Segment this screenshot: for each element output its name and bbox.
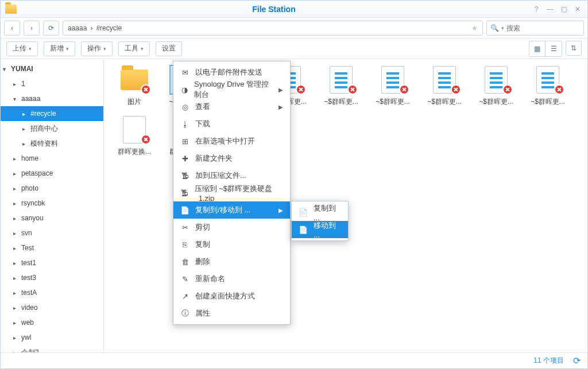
search-input[interactable] — [506, 24, 580, 32]
expand-arrow-icon[interactable]: ▸ — [13, 320, 21, 326]
tree-item-label: 1 — [21, 80, 25, 88]
tree-item-label: petaspace — [21, 169, 53, 177]
tree-item-petaspace[interactable]: ▸petaspace — [1, 166, 103, 181]
file-name: ~$群晖更... — [479, 97, 513, 107]
ctx-rename[interactable]: ✎重新命名 — [173, 270, 290, 288]
settings-button[interactable]: 设置 — [156, 41, 182, 56]
tree-item-test3[interactable]: ▸test3 — [1, 270, 103, 285]
expand-arrow-icon[interactable]: ▸ — [13, 290, 21, 296]
view-list-button[interactable]: ☰ — [546, 41, 562, 56]
tree-item-testA[interactable]: ▸testA — [1, 285, 103, 300]
submenu-copy-to[interactable]: 📄复制到 ... — [292, 204, 348, 221]
tree-item-web[interactable]: ▸web — [1, 315, 103, 330]
ctx-delete[interactable]: 🗑删除 — [173, 253, 290, 270]
minimize-icon[interactable]: — — [545, 4, 555, 14]
breadcrumb-part[interactable]: aaaaa — [68, 24, 87, 32]
upload-button[interactable]: 上传▾ — [6, 41, 38, 56]
view-tiles-button[interactable]: ▦ — [529, 41, 546, 56]
tree-item-svn[interactable]: ▸svn — [1, 226, 103, 240]
tree-item-test1[interactable]: ▸test1 — [1, 255, 103, 270]
status-bar: 11 个项目 ⟳ — [1, 352, 587, 368]
file-content-area[interactable]: 图片~$群晖更...~$群晖更...~$群晖更...~$群晖更...~$群晖更.… — [104, 59, 587, 352]
expand-arrow-icon[interactable]: ▸ — [22, 126, 30, 132]
maximize-icon[interactable]: ▢ — [559, 4, 569, 14]
ctx-compress-to[interactable]: 🗜压缩到 ~$群晖更换硬盘_1.zip — [173, 184, 290, 201]
refresh-button[interactable]: ⟳ — [43, 21, 59, 36]
ctx-shortcut[interactable]: ↗创建桌面快捷方式 — [173, 288, 290, 305]
ctx-open-tab[interactable]: ⊞在新选项卡中打开 — [173, 133, 290, 150]
ctx-new-folder[interactable]: ✚新建文件夹 — [173, 150, 290, 167]
file-item[interactable]: ~$群晖更... — [315, 66, 367, 107]
ctx-cut[interactable]: ✂剪切 — [173, 219, 290, 236]
blocked-badge-icon — [502, 84, 513, 95]
expand-arrow-icon[interactable]: ▾ — [13, 96, 21, 102]
app-title: File Station — [20, 5, 528, 14]
expand-arrow-icon[interactable]: ▸ — [13, 335, 21, 341]
expand-arrow-icon[interactable]: ▸ — [13, 215, 21, 222]
create-button[interactable]: 新增▾ — [44, 41, 75, 56]
forward-button[interactable]: › — [24, 21, 40, 36]
sidebar-tree[interactable]: ▾YUMAI ▸1▾aaaaa▸#recycle▸招商中心▸模特资料▸home▸… — [1, 59, 104, 352]
file-item[interactable]: ~$群晖更... — [522, 66, 574, 107]
blocked-badge-icon — [347, 84, 358, 95]
tools-button[interactable]: 工具▾ — [118, 41, 150, 56]
ctx-send-email[interactable]: ✉以电子邮件附件发送 — [173, 64, 290, 81]
tree-item-#recycle[interactable]: ▸#recycle — [1, 106, 103, 121]
breadcrumb[interactable]: aaaaa › #recycle ★ — [63, 21, 483, 36]
ctx-download[interactable]: ⭳下载 — [173, 115, 290, 133]
tree-item-sanyou[interactable]: ▸sanyou — [1, 211, 103, 226]
tree-item-Test[interactable]: ▸Test — [1, 240, 103, 255]
submenu-move-to[interactable]: 📄移动到 ... — [292, 221, 348, 238]
tree-item-ywl[interactable]: ▸ywl — [1, 330, 103, 345]
ctx-copy-move[interactable]: 📄复制到/移动到 ...▶ — [173, 201, 290, 219]
ctx-copy[interactable]: ⎘复制 — [173, 236, 290, 253]
ctx-add-archive[interactable]: 🗜加到压缩文件... — [173, 167, 290, 184]
expand-arrow-icon[interactable]: ▸ — [13, 156, 21, 162]
file-item[interactable]: 群晖更换... — [109, 116, 160, 157]
ctx-view[interactable]: ◎查看▶ — [173, 98, 290, 115]
favorite-star-icon[interactable]: ★ — [471, 24, 478, 32]
file-item[interactable]: ~$群晖更... — [367, 66, 419, 107]
expand-arrow-icon[interactable]: ▸ — [13, 185, 21, 192]
action-button[interactable]: 操作▾ — [81, 41, 113, 56]
tree-item-video[interactable]: ▸video — [1, 300, 103, 315]
close-icon[interactable]: ✕ — [572, 4, 583, 14]
tree-item-rsyncbk[interactable]: ▸rsyncbk — [1, 196, 103, 211]
blocked-badge-icon — [554, 84, 564, 95]
tree-item-1[interactable]: ▸1 — [1, 76, 103, 91]
blocked-badge-icon — [141, 84, 151, 95]
sort-button[interactable]: ⇅ — [566, 41, 582, 56]
tree-item-招商中心[interactable]: ▸招商中心 — [1, 121, 103, 136]
tree-item-模特资料[interactable]: ▸模特资料 — [1, 136, 103, 151]
tree-root[interactable]: ▾YUMAI — [1, 61, 103, 76]
expand-arrow-icon[interactable]: ▸ — [22, 141, 30, 147]
search-dropdown-icon[interactable]: ▾ — [501, 25, 504, 31]
expand-arrow-icon[interactable]: ▸ — [13, 81, 21, 87]
expand-arrow-icon[interactable]: ▸ — [22, 111, 30, 117]
tree-item-photo[interactable]: ▸photo — [1, 181, 103, 196]
expand-arrow-icon[interactable]: ▸ — [13, 170, 21, 177]
status-refresh-icon[interactable]: ⟳ — [573, 355, 581, 366]
expand-arrow-icon[interactable]: ▸ — [13, 260, 21, 266]
folder-icon — [119, 66, 150, 94]
breadcrumb-sep: › — [90, 24, 92, 32]
expand-arrow-icon[interactable]: ▸ — [13, 275, 21, 281]
expand-arrow-icon[interactable]: ▸ — [13, 200, 21, 207]
ctx-drive-admin[interactable]: ◑Synology Drive 管理控制台▶ — [173, 81, 290, 98]
file-name: ~$群晖更... — [531, 97, 565, 107]
expand-arrow-icon[interactable]: ▸ — [13, 230, 21, 236]
ctx-properties[interactable]: ⓘ属性 — [173, 305, 290, 322]
tree-item-home[interactable]: ▸home — [1, 151, 103, 166]
search-box[interactable]: 🔍 ▾ — [486, 21, 584, 36]
file-item[interactable]: ~$群晖更... — [470, 66, 522, 107]
tree-item-企划2[interactable]: ▸企划2 — [1, 345, 103, 352]
expand-arrow-icon[interactable]: ▸ — [13, 245, 21, 251]
expand-arrow-icon[interactable]: ▸ — [13, 305, 21, 311]
tree-item-aaaaa[interactable]: ▾aaaaa — [1, 91, 103, 106]
breadcrumb-part[interactable]: #recycle — [96, 24, 122, 32]
help-icon[interactable]: ? — [531, 4, 541, 14]
back-button[interactable]: ‹ — [4, 21, 20, 36]
file-item[interactable]: 图片 — [109, 66, 160, 107]
blocked-badge-icon — [296, 84, 306, 95]
file-item[interactable]: ~$群晖更... — [419, 66, 470, 107]
